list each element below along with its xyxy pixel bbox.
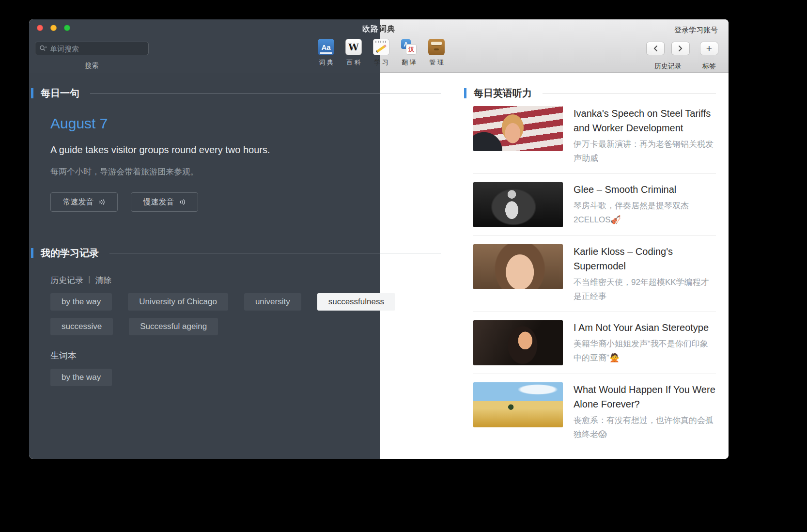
daily-date: August 7 [50, 115, 108, 132]
list-item[interactable]: Glee – Smooth Criminal 琴房斗歌，伴奏居然是提琴双杰2CE… [473, 174, 716, 236]
item-subtitle: 不当维密天使，92年超模KK学编程才是正经事 [574, 275, 716, 303]
history-tag[interactable]: Successful ageing [129, 318, 218, 335]
daily-sentence-panel: 每日一句 August 7 A guide takes visitor grou… [29, 73, 380, 459]
list-item[interactable]: I Am Not Your Asian Stereotype 美籍华裔小姐姐发声… [473, 312, 716, 374]
tag-caption: 标签 [700, 62, 718, 71]
tool-label: 学 习 [374, 58, 388, 67]
tool-label: 词 典 [319, 58, 333, 67]
item-title: Karlie Kloss – Coding's Supermodel [574, 244, 716, 273]
app-window: 欧路词典 登录学习账号 搜索 Aa 词 典 W 百 科 学 习 [29, 19, 729, 459]
wordbook-tag[interactable]: by the way [50, 369, 112, 386]
close-button[interactable] [37, 25, 43, 31]
listening-panel: 每日英语听力 Ivanka's Speech on Steel Tariffs … [380, 73, 729, 459]
slow-speed-label: 慢速发音 [143, 197, 174, 207]
search-caption: 搜索 [35, 62, 149, 70]
chevron-right-icon [678, 45, 683, 52]
history-tag-selected[interactable]: successfulness [317, 293, 395, 311]
daily-sentence-section-header: 每日一句 [31, 87, 441, 100]
item-text: Glee – Smooth Criminal 琴房斗歌，伴奏居然是提琴双杰2CE… [574, 182, 716, 227]
tool-label: 翻 译 [402, 58, 416, 67]
pronunciation-buttons: 常速发音 慢速发音 [50, 192, 198, 212]
item-subtitle: 美籍华裔小姐姐发声“我不是你们印象中的亚裔”🙅 [574, 337, 716, 365]
search-input[interactable] [50, 45, 144, 53]
item-text: I Am Not Your Asian Stereotype 美籍华裔小姐姐发声… [574, 320, 716, 365]
translate-icon [401, 39, 417, 55]
history-clear-row: 历史记录 | 清除 [50, 275, 111, 286]
search-field[interactable] [35, 42, 149, 55]
section-title: 我的学习记录 [41, 247, 99, 260]
section-divider [543, 93, 716, 94]
item-title: Ivanka's Speech on Steel Tariffs and Wor… [574, 106, 716, 135]
speaker-waves-icon [179, 198, 186, 206]
tool-dictionary[interactable]: Aa 词 典 [317, 39, 335, 67]
wordbook-tags-row: by the way [50, 369, 112, 386]
daily-sentence-translation: 每两个小时，导游会带着旅游团来参观。 [50, 166, 199, 177]
plus-icon: + [706, 43, 712, 54]
item-title: Glee – Smooth Criminal [574, 182, 716, 197]
chevron-left-icon [653, 45, 658, 52]
tool-translate[interactable]: 翻 译 [400, 39, 418, 67]
tool-manage[interactable]: 管 理 [427, 39, 446, 67]
tool-study[interactable]: 学 习 [372, 39, 390, 67]
item-thumbnail [473, 182, 563, 227]
item-subtitle: 丧愈系：有没有想过，也许你真的会孤独终老😱 [574, 413, 716, 441]
normal-speed-label: 常速发音 [63, 197, 94, 207]
list-item[interactable]: What Would Happen If You Were Alone Fore… [473, 374, 716, 450]
traffic-lights [37, 25, 70, 31]
section-divider [109, 253, 441, 253]
item-thumbnail [473, 244, 563, 289]
divider: | [88, 275, 90, 286]
list-item[interactable]: Ivanka's Speech on Steel Tariffs and Wor… [473, 98, 716, 174]
accent-bar [464, 88, 466, 98]
daily-sentence-text: A guide takes visitor groups round every… [50, 144, 270, 156]
history-label: 历史记录 [50, 275, 83, 286]
chevron-down-icon [45, 47, 47, 48]
item-thumbnail [473, 106, 563, 151]
study-icon [373, 39, 389, 55]
listening-list: Ivanka's Speech on Steel Tariffs and Wor… [473, 98, 716, 450]
history-tags-row: successive Successful ageing [50, 318, 218, 335]
forward-button[interactable] [671, 42, 690, 55]
item-text: Karlie Kloss – Coding's Supermodel 不当维密天… [574, 244, 716, 303]
item-thumbnail [473, 382, 563, 427]
back-button[interactable] [646, 42, 665, 55]
history-tag[interactable]: by the way [50, 293, 112, 311]
add-tag-button[interactable]: + [700, 42, 718, 55]
tool-label: 管 理 [429, 58, 444, 67]
slow-speed-button[interactable]: 慢速发音 [131, 192, 198, 212]
history-tags-row: by the way University of Chicago univers… [50, 293, 395, 311]
accent-bar [31, 248, 33, 258]
accent-bar [31, 88, 33, 98]
section-divider [90, 93, 441, 94]
wordbook-label: 生词本 [50, 350, 77, 361]
speaker-waves-icon [98, 198, 106, 206]
history-tag[interactable]: successive [50, 318, 113, 335]
item-text: What Would Happen If You Were Alone Fore… [574, 382, 716, 441]
history-caption: 历史记录 [641, 62, 695, 71]
tool-label: 百 科 [346, 58, 361, 67]
item-thumbnail [473, 320, 563, 365]
minimize-button[interactable] [50, 25, 57, 31]
manage-icon [428, 39, 445, 55]
study-record-section-header: 我的学习记录 [31, 247, 441, 260]
clear-history-button[interactable]: 清除 [95, 275, 111, 286]
window-title: 欧路词典 [362, 24, 395, 34]
item-title: What Would Happen If You Were Alone Fore… [574, 382, 716, 411]
toolbar-tools: Aa 词 典 W 百 科 学 习 翻 译 管 理 [317, 39, 446, 67]
dictionary-icon: Aa [318, 39, 334, 55]
history-tag[interactable]: University of Chicago [128, 293, 228, 311]
item-text: Ivanka's Speech on Steel Tariffs and Wor… [574, 106, 716, 165]
item-subtitle: 伊万卡最新演讲：再为老爸钢铝关税发声助威 [574, 137, 716, 165]
search-icon[interactable] [39, 45, 47, 52]
zoom-button[interactable] [64, 25, 70, 31]
item-title: I Am Not Your Asian Stereotype [574, 320, 716, 335]
item-subtitle: 琴房斗歌，伴奏居然是提琴双杰2CELLOS🎻 [574, 199, 716, 227]
tool-wiki[interactable]: W 百 科 [344, 39, 363, 67]
section-title: 每日一句 [41, 87, 79, 100]
toolbar: 欧路词典 登录学习账号 搜索 Aa 词 典 W 百 科 学 习 [29, 19, 729, 73]
list-item[interactable]: Karlie Kloss – Coding's Supermodel 不当维密天… [473, 236, 716, 312]
login-link[interactable]: 登录学习账号 [674, 26, 718, 35]
wiki-icon: W [345, 39, 362, 55]
normal-speed-button[interactable]: 常速发音 [50, 192, 118, 212]
history-tag[interactable]: university [244, 293, 301, 311]
